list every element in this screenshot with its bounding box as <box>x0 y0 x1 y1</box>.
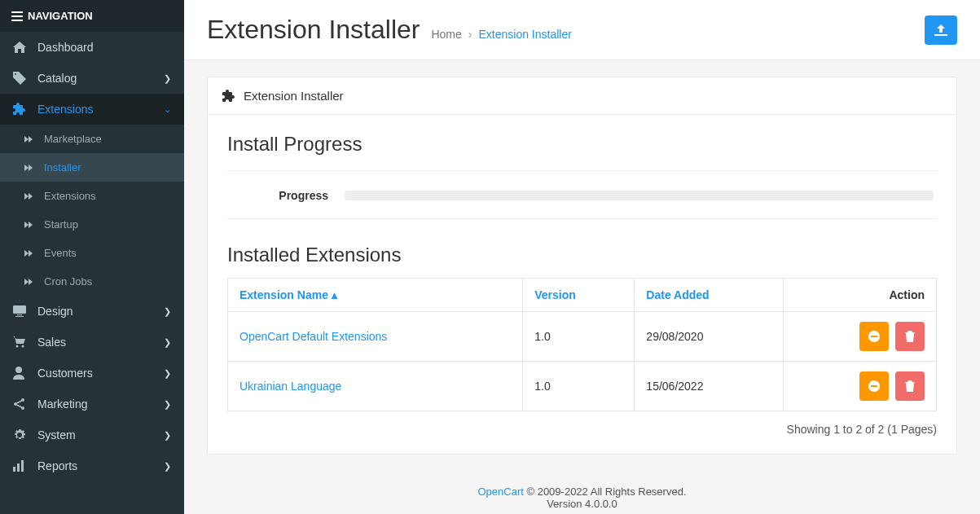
sidebar-item-extensions[interactable]: Extensions ⌄ <box>0 94 184 125</box>
svg-point-7 <box>22 345 24 348</box>
sidebar-sub-startup[interactable]: Startup <box>0 210 184 239</box>
col-version-header[interactable]: Version <box>523 279 635 312</box>
nav-header: NAVIGATION <box>0 0 184 32</box>
progress-bar <box>345 191 934 200</box>
nav-header-label: NAVIGATION <box>28 10 93 22</box>
svg-rect-4 <box>17 314 22 315</box>
sidebar-sub-label: Marketplace <box>44 133 102 145</box>
footer-link[interactable]: OpenCart <box>477 485 523 498</box>
chevron-right-icon: ❯ <box>164 461 171 472</box>
sidebar-item-label: Reports <box>37 459 77 472</box>
share-icon <box>13 398 29 411</box>
delete-button[interactable] <box>895 371 925 401</box>
sidebar-sub-label: Startup <box>44 218 78 231</box>
breadcrumb-current[interactable]: Extension Installer <box>479 28 572 41</box>
chevron-down-icon: ⌄ <box>164 104 171 115</box>
tag-icon <box>13 72 29 85</box>
sidebar-sub-cronjobs[interactable]: Cron Jobs <box>0 267 184 296</box>
puzzle-icon <box>222 90 235 103</box>
sidebar-item-label: Customers <box>37 367 93 380</box>
svg-rect-14 <box>21 460 24 472</box>
svg-rect-3 <box>13 305 26 314</box>
sidebar-item-sales[interactable]: Sales ❯ <box>0 327 184 358</box>
sidebar-item-label: Sales <box>37 336 66 349</box>
upload-icon <box>934 24 947 36</box>
footer: OpenCart © 2009-2022 All Rights Reserved… <box>184 471 980 514</box>
minus-circle-icon <box>868 331 880 342</box>
sidebar-item-design[interactable]: Design ❯ <box>0 296 184 327</box>
breadcrumb-separator: › <box>468 28 472 41</box>
angle-icon <box>24 136 37 143</box>
panel-title: Extension Installer <box>244 89 344 103</box>
sidebar-item-label: Dashboard <box>37 41 94 54</box>
footer-version: Version 4.0.0.0 <box>184 498 980 510</box>
sidebar-item-system[interactable]: System ❯ <box>0 420 184 450</box>
trash-icon <box>905 380 915 392</box>
trash-icon <box>905 331 915 342</box>
chevron-right-icon: ❯ <box>164 368 171 379</box>
uninstall-button[interactable] <box>859 371 889 401</box>
angle-icon <box>24 279 37 285</box>
sidebar-item-label: Design <box>37 305 73 318</box>
chart-icon <box>13 460 29 472</box>
sort-asc-icon: ▴ <box>332 288 337 301</box>
angle-icon <box>24 193 37 200</box>
svg-rect-5 <box>15 316 24 317</box>
sidebar-sub-installer[interactable]: Installer <box>0 153 184 182</box>
install-progress-title: Install Progress <box>227 133 937 156</box>
sidebar-item-marketing[interactable]: Marketing ❯ <box>0 389 184 420</box>
svg-rect-1 <box>11 15 23 17</box>
svg-rect-16 <box>871 336 877 337</box>
col-date-header[interactable]: Date Added <box>635 279 784 312</box>
sidebar-item-dashboard[interactable]: Dashboard <box>0 32 184 63</box>
gear-icon <box>13 428 29 442</box>
divider <box>227 170 937 171</box>
breadcrumb: Home › Extension Installer <box>431 28 571 41</box>
col-name-header[interactable]: Extension Name ▴ <box>228 279 523 312</box>
extension-link[interactable]: Ukrainian Language <box>240 380 341 393</box>
main-content: Extension Installer Home › Extension Ins… <box>184 0 980 514</box>
extension-date: 15/06/2022 <box>635 362 784 411</box>
sidebar-item-customers[interactable]: Customers ❯ <box>0 358 184 389</box>
svg-rect-12 <box>13 467 15 472</box>
sidebar-sub-label: Installer <box>44 161 81 174</box>
angle-icon <box>24 250 37 257</box>
minus-circle-icon <box>868 380 880 392</box>
sidebar-sub-extensions[interactable]: Extensions <box>0 182 184 210</box>
breadcrumb-home[interactable]: Home <box>431 28 461 41</box>
table-row: Ukrainian Language 1.0 15/06/2022 <box>228 362 937 411</box>
panel: Extension Installer Install Progress Pro… <box>207 77 957 455</box>
delete-button[interactable] <box>895 322 925 351</box>
user-icon <box>13 367 29 380</box>
puzzle-icon <box>13 103 29 116</box>
chevron-right-icon: ❯ <box>164 430 171 441</box>
extension-link[interactable]: OpenCart Default Extensions <box>240 330 387 343</box>
extension-version: 1.0 <box>523 362 635 411</box>
svg-point-6 <box>16 345 19 348</box>
dashboard-icon <box>13 42 29 53</box>
cart-icon <box>13 336 29 348</box>
footer-copyright: © 2009-2022 All Rights Reserved. <box>524 485 687 498</box>
sidebar-sub-marketplace[interactable]: Marketplace <box>0 125 184 153</box>
extension-version: 1.0 <box>523 312 635 362</box>
upload-button[interactable] <box>925 15 957 45</box>
sidebar-sub-label: Cron Jobs <box>44 275 92 288</box>
svg-rect-0 <box>11 11 23 13</box>
col-action-header: Action <box>784 279 937 312</box>
sidebar-sub-events[interactable]: Events <box>0 239 184 267</box>
chevron-right-icon: ❯ <box>164 399 171 410</box>
extensions-table: Extension Name ▴ Version Date Added Acti… <box>227 278 937 411</box>
progress-row: Progress <box>227 186 937 219</box>
sidebar-item-reports[interactable]: Reports ❯ <box>0 450 184 481</box>
sidebar: NAVIGATION Dashboard Catalog ❯ Extension… <box>0 0 184 514</box>
uninstall-button[interactable] <box>859 322 889 351</box>
sidebar-item-label: Catalog <box>37 72 77 85</box>
angle-icon <box>24 222 37 228</box>
sidebar-item-label: System <box>37 428 76 442</box>
progress-label: Progress <box>231 189 328 202</box>
svg-rect-2 <box>11 20 23 21</box>
hamburger-icon <box>11 11 23 21</box>
sidebar-item-catalog[interactable]: Catalog ❯ <box>0 63 184 94</box>
chevron-right-icon: ❯ <box>164 306 171 317</box>
table-row: OpenCart Default Extensions 1.0 29/08/20… <box>228 312 937 362</box>
